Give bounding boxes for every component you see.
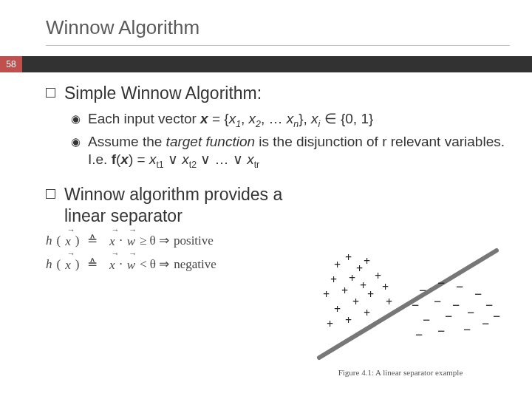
page-number-badge: 58 [0, 56, 22, 72]
math-pos-label: positive [174, 233, 214, 248]
svg-text:−: − [445, 309, 452, 324]
svg-text:−: − [419, 283, 426, 298]
svg-text:−: − [437, 276, 445, 290]
svg-text:−: − [412, 298, 419, 313]
def-symbol: ≙ [87, 233, 98, 248]
svg-text:+: + [330, 273, 337, 286]
sub-bullet-2-text: Assume the target function is the disjun… [88, 133, 510, 171]
svg-rect-0 [290, 239, 511, 365]
svg-text:+: + [360, 279, 366, 292]
sub-marker-icon: ◉ [71, 135, 81, 149]
svg-text:−: − [452, 298, 460, 313]
svg-text:+: + [386, 296, 392, 308]
svg-text:−: − [423, 313, 430, 327]
bullet-marker [46, 88, 55, 98]
svg-text:+: + [345, 314, 352, 327]
svg-text:+: + [367, 288, 374, 301]
bullet-marker [46, 189, 55, 199]
header-bar: 58 [0, 56, 532, 72]
svg-text:+: + [364, 255, 370, 267]
svg-text:−: − [467, 305, 474, 320]
svg-text:−: − [434, 294, 441, 309]
sub1-prefix: Each input vector [88, 111, 200, 126]
svg-text:−: − [415, 327, 423, 342]
math-neg-label: negative [174, 257, 216, 272]
bullet-2: Winnow algorithm provides a linear separ… [46, 184, 510, 227]
svg-text:+: + [352, 296, 359, 308]
sub2-mid1: target function [166, 134, 255, 149]
svg-text:+: + [375, 270, 381, 282]
svg-text:−: − [493, 309, 500, 324]
svg-text:−: − [437, 324, 445, 338]
sub-marker-icon: ◉ [71, 112, 81, 126]
svg-text:+: + [382, 281, 389, 293]
svg-text:−: − [463, 322, 471, 337]
svg-text:+: + [334, 259, 341, 271]
svg-text:+: + [341, 284, 348, 297]
svg-text:−: − [474, 287, 482, 301]
sub-bullet-1-text: Each input vector x = {x1, x2, … xn}, xi… [88, 110, 373, 130]
sub-bullet-1: ◉ Each input vector x = {x1, x2, … xn}, … [71, 110, 510, 130]
svg-text:+: + [345, 251, 352, 264]
sub2-prefix: Assume the [88, 134, 166, 149]
svg-line-1 [319, 250, 497, 358]
svg-text:−: − [482, 316, 489, 331]
svg-text:+: + [327, 318, 333, 330]
bullet-1: Simple Winnow Algorithm: [46, 83, 510, 104]
svg-text:+: + [356, 262, 363, 275]
svg-text:−: − [485, 298, 493, 313]
svg-text:−: − [456, 279, 463, 294]
svg-text:+: + [323, 288, 330, 301]
svg-text:+: + [349, 272, 355, 284]
title-underline [46, 45, 510, 46]
content-area: Simple Winnow Algorithm: ◉ Each input ve… [0, 72, 532, 227]
slide-title: Winnow Algorithm [0, 0, 532, 45]
linear-separator-illustration: +++ +++ +++ +++ +++ +++ −−− −−− −−− −−− … [290, 239, 511, 365]
figure-caption: Figure 4.1: A linear separator example [290, 368, 511, 377]
sub-list-1: ◉ Each input vector x = {x1, x2, … xn}, … [71, 110, 510, 171]
separator-figure: +++ +++ +++ +++ +++ +++ −−− −−− −−− −−− … [290, 239, 511, 377]
bullet-1-text: Simple Winnow Algorithm: [64, 83, 262, 104]
bullet-2-text: Winnow algorithm provides a linear separ… [64, 184, 301, 227]
sub-bullet-2: ◉ Assume the target function is the disj… [71, 133, 510, 171]
svg-text:+: + [334, 303, 341, 316]
svg-text:+: + [364, 307, 370, 319]
def-symbol: ≙ [87, 256, 98, 272]
